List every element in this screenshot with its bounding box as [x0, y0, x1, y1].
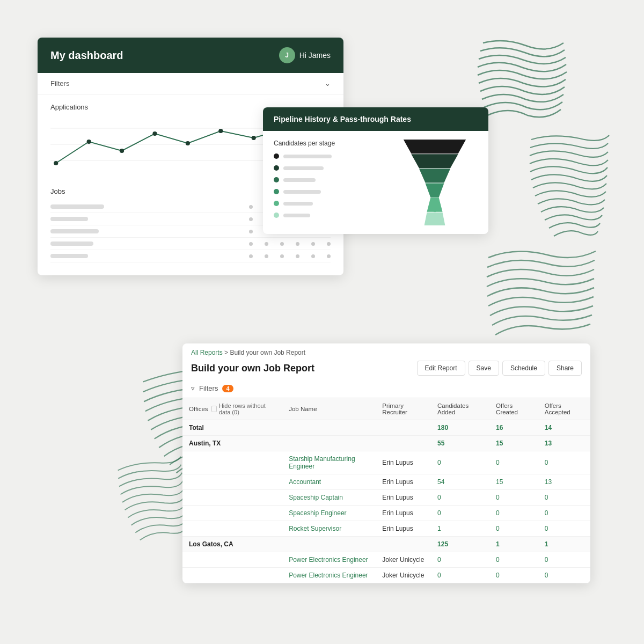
- table-row: Rocket Supervisor Erin Lupus 1 0 0: [182, 521, 590, 537]
- pipeline-card: Pipeline History & Pass-through Rates Ca…: [263, 107, 488, 234]
- list-item: [274, 189, 381, 194]
- job-bar: [50, 229, 99, 233]
- job-name-cell: [282, 436, 376, 451]
- svg-marker-15: [426, 183, 444, 197]
- pipeline-header: Pipeline History & Pass-through Rates: [263, 107, 488, 131]
- chevron-down-icon: ⌄: [325, 79, 331, 87]
- candidates-cell: 180: [431, 420, 489, 436]
- job-name-cell[interactable]: Spaceship Captain: [282, 490, 376, 506]
- dashboard-title: My dashboard: [50, 49, 123, 62]
- office-cell: [182, 568, 282, 583]
- table-row: Power Electronics Engineer Joker Unicycl…: [182, 552, 590, 568]
- offers-created-cell: 0: [489, 506, 538, 521]
- share-button[interactable]: Share: [548, 361, 582, 376]
- table-row: Spaceship Captain Erin Lupus 0 0 0: [182, 490, 590, 506]
- filters-count-badge: 4: [222, 385, 233, 392]
- job-name-cell[interactable]: Power Electronics Engineer: [282, 568, 376, 583]
- svg-marker-19: [425, 213, 445, 225]
- dashboard-user: J Hi James: [279, 47, 331, 63]
- table-row: Austin, TX 55 15 13: [182, 436, 590, 451]
- job-name-cell: [282, 537, 376, 552]
- offers-created-cell: 15: [489, 474, 538, 490]
- job-name-cell[interactable]: Accountant: [282, 474, 376, 490]
- recruiter-cell: Erin Lupus: [376, 490, 431, 506]
- legend-dot-5: [274, 201, 279, 206]
- table-row: Spaceship Engineer Erin Lupus 0 0 0: [182, 506, 590, 521]
- table-row: [50, 250, 331, 262]
- job-name-cell[interactable]: Power Electronics Engineer: [282, 552, 376, 568]
- job-name-cell[interactable]: Starship Manufacturing Engineer: [282, 451, 376, 474]
- offers-accepted-cell: 0: [538, 568, 590, 583]
- office-cell: [182, 506, 282, 521]
- svg-marker-13: [411, 154, 458, 168]
- offers-created-cell: 0: [489, 568, 538, 583]
- office-cell: [182, 474, 282, 490]
- job-dots: [249, 242, 331, 246]
- recruiter-cell: [376, 436, 431, 451]
- recruiter-cell: Erin Lupus: [376, 474, 431, 490]
- svg-marker-18: [427, 198, 442, 212]
- legend-dot-6: [274, 213, 279, 218]
- pipeline-body: Candidates per stage: [263, 131, 488, 234]
- office-cell: Total: [182, 420, 282, 436]
- offices-column-header: Offices Hide rows without data (0): [182, 398, 282, 420]
- job-name-cell[interactable]: Rocket Supervisor: [282, 521, 376, 537]
- filters-label: Filters: [199, 384, 218, 392]
- table-row: Starship Manufacturing Engineer Erin Lup…: [182, 451, 590, 474]
- recruiter-cell: Joker Unicycle: [376, 568, 431, 583]
- job-name-cell[interactable]: Spaceship Engineer: [282, 506, 376, 521]
- office-cell: Austin, TX: [182, 436, 282, 451]
- offers-accepted-column-header: Offers Accepted: [538, 398, 590, 420]
- user-greeting: Hi James: [299, 51, 331, 60]
- table-row: [50, 238, 331, 250]
- schedule-button[interactable]: Schedule: [502, 361, 545, 376]
- svg-point-9: [252, 136, 256, 140]
- funnel-chart: [392, 140, 478, 225]
- offers-accepted-cell: 13: [538, 474, 590, 490]
- candidates-cell: 0: [431, 451, 489, 474]
- candidates-cell: 0: [431, 506, 489, 521]
- svg-marker-12: [404, 140, 466, 153]
- filters-bar[interactable]: Filters ⌄: [38, 73, 343, 94]
- primary-recruiter-column-header: Primary Recruiter: [376, 398, 431, 420]
- legend-bar-6: [283, 214, 310, 217]
- legend-dot-3: [274, 177, 279, 182]
- legend-bar-4: [283, 190, 321, 194]
- report-actions: Edit Report Save Schedule Share: [417, 361, 582, 376]
- candidates-cell: 125: [431, 537, 489, 552]
- save-button[interactable]: Save: [469, 361, 499, 376]
- table-header-row: Offices Hide rows without data (0) Job N…: [182, 398, 590, 420]
- offers-created-cell: 16: [489, 420, 538, 436]
- candidates-cell: 0: [431, 568, 489, 583]
- table-row: Power Electronics Engineer Joker Unicycl…: [182, 568, 590, 583]
- candidates-cell: 1: [431, 521, 489, 537]
- recruiter-cell: Erin Lupus: [376, 521, 431, 537]
- offers-created-cell: 15: [489, 436, 538, 451]
- hide-rows-checkbox[interactable]: [211, 406, 217, 412]
- offers-created-cell: 0: [489, 490, 538, 506]
- job-dots: [249, 254, 331, 258]
- svg-marker-14: [419, 169, 450, 182]
- list-item: [274, 201, 381, 206]
- offers-accepted-cell: 0: [538, 552, 590, 568]
- report-table: Offices Hide rows without data (0) Job N…: [182, 398, 590, 583]
- table-row: Los Gatos, CA 125 1 1: [182, 537, 590, 552]
- candidates-added-column-header: Candidates Added: [431, 398, 489, 420]
- svg-point-7: [186, 141, 190, 145]
- job-bar: [50, 241, 93, 246]
- breadcrumb-current: Build your own Job Report: [230, 349, 305, 356]
- offers-created-cell: 1: [489, 537, 538, 552]
- legend-bar-1: [283, 155, 332, 158]
- legend-bar-3: [283, 178, 316, 182]
- recruiter-cell: Joker Unicycle: [376, 552, 431, 568]
- office-cell: [182, 490, 282, 506]
- offers-created-column-header: Offers Created: [489, 398, 538, 420]
- edit-report-button[interactable]: Edit Report: [417, 361, 465, 376]
- job-bar: [50, 217, 88, 221]
- legend-bar-2: [283, 166, 324, 170]
- legend-dot-4: [274, 189, 279, 194]
- breadcrumb-link[interactable]: All Reports: [191, 349, 223, 356]
- list-item: [274, 177, 381, 182]
- svg-point-6: [152, 131, 157, 136]
- recruiter-cell: Erin Lupus: [376, 451, 431, 474]
